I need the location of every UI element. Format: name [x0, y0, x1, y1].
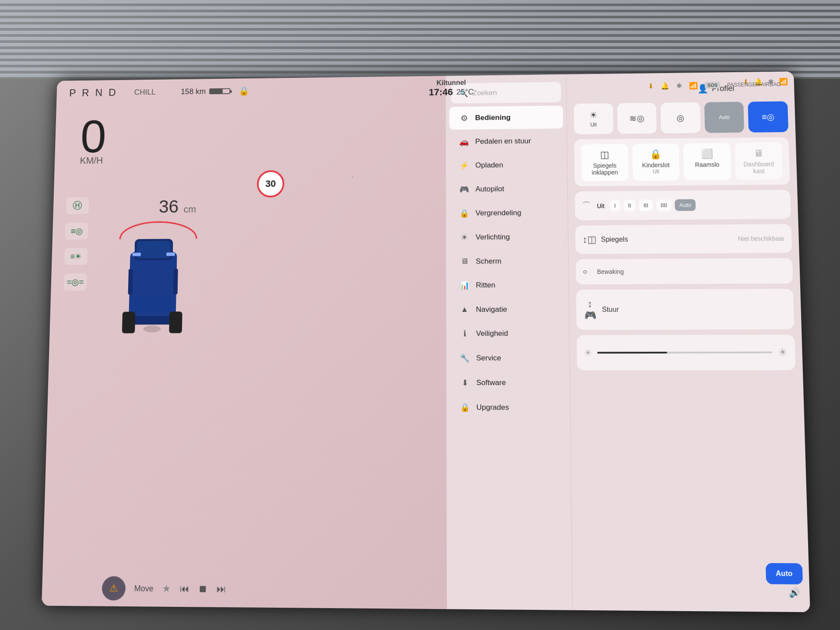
airbag-label: PASSENGER AIRBAG — [727, 81, 781, 88]
menu-item-ritten[interactable]: 📊 Ritten — [450, 273, 565, 297]
brightness-min-icon: ☀ — [584, 347, 592, 358]
bottom-controls: ⚠ Move ★ ⏮ ⏹ ⏭ — [42, 570, 287, 608]
headlight-icon: ≡◎ — [70, 226, 83, 236]
menu-item-autopilot[interactable]: 🎮 Autopilot — [449, 177, 564, 201]
wiper-btn-3[interactable]: III — [639, 200, 653, 211]
lights-pos-icon: ≋◎ — [630, 113, 644, 124]
upgrades-label: Upgrades — [476, 403, 509, 412]
lights-uit-label: Uit — [590, 122, 597, 128]
svg-rect-6 — [128, 269, 133, 295]
svg-rect-5 — [135, 297, 170, 312]
lights-uit-icon: ☀ — [589, 110, 597, 120]
warning-button[interactable]: ⚠ — [102, 576, 126, 601]
laptop-frame: P R N D CHILL 158 km 🔒 Kiltunnel 17:46 2… — [0, 0, 840, 630]
spiegels-adjust-label: Spiegels — [601, 235, 732, 244]
spiegels-adjust-icon: ↕◫ — [582, 234, 596, 245]
raamslo-btn[interactable]: ⬜ Raamslo — [683, 143, 731, 180]
autopilot-label: Autopilot — [476, 185, 504, 193]
car-visualization — [118, 217, 189, 339]
svg-rect-4 — [136, 241, 171, 258]
wiper-btn-4[interactable]: IIII — [656, 200, 672, 211]
battery-bar — [209, 88, 230, 94]
spiegels-inklappen-btn[interactable]: ◫ Spiegels inklappen — [581, 144, 628, 181]
brightness-slider[interactable] — [597, 351, 773, 354]
bediening-icon: ⊙ — [458, 113, 469, 122]
stuur-label: Stuur — [602, 305, 787, 314]
tesla-screen: P R N D CHILL 158 km 🔒 Kiltunnel 17:46 2… — [42, 71, 810, 612]
menu-item-vergrendeling[interactable]: 🔒 Vergrendeling — [449, 201, 564, 225]
menu-item-bediening[interactable]: ⊙ Bediening — [449, 105, 563, 130]
opladen-label: Opladen — [475, 161, 503, 170]
pedalen-label: Pedalen en stuur — [475, 137, 531, 146]
wiper-auto-btn[interactable]: Auto — [675, 199, 696, 211]
lights-control-row: ☀ Uit ≋◎ ◎ Auto ≡◎ — [574, 101, 788, 134]
scherm-label: Scherm — [476, 257, 501, 266]
auto-bottom-button[interactable]: Auto — [765, 563, 803, 584]
prev-icon[interactable]: ⏮ — [179, 583, 189, 595]
brightness-fill — [597, 352, 667, 354]
temperature: 25°C — [456, 88, 474, 97]
ritten-icon: 📊 — [459, 280, 470, 290]
raamslo-icon: ⬜ — [689, 148, 725, 160]
bluetooth-icon: ✱ — [676, 81, 682, 90]
lights-low-btn[interactable]: ◎ — [661, 102, 700, 133]
wiper-btn-2[interactable]: II — [623, 200, 636, 211]
sos-badge: SOS — [705, 82, 721, 89]
lights-icon: ≡◎ — [65, 223, 88, 240]
menu-item-software[interactable]: ⬇ Software — [450, 371, 566, 395]
bell-icon: 🔔 — [661, 82, 669, 90]
menu-item-service[interactable]: 🔧 Service — [450, 346, 566, 370]
upgrades-icon: 🔒 — [460, 402, 470, 412]
drive-mode: CHILL — [134, 88, 156, 97]
prnd-indicator: P R N D — [69, 87, 118, 99]
bewaking-radio[interactable]: ○ — [583, 268, 592, 276]
lights-uit-btn[interactable]: ☀ Uit — [574, 103, 613, 134]
menu-item-opladen[interactable]: ⚡ Opladen — [449, 153, 564, 177]
menu-sidebar: 🔍 Zoeken ⊙ Bediening 🚗 Pedalen en stuur … — [446, 74, 573, 610]
wiper-btn-1[interactable]: I — [609, 200, 620, 212]
menu-item-navigatie[interactable]: ▲ Navigatie — [450, 298, 565, 321]
stop-icon[interactable]: ⏹ — [198, 583, 208, 595]
lights-high-icon: ≡◎ — [762, 112, 775, 122]
drl-icon: ≡☀ — [64, 248, 88, 265]
battery-km: 158 km — [181, 87, 206, 96]
lights-auto-btn[interactable]: Auto — [704, 102, 745, 133]
menu-item-veiligheid[interactable]: ℹ Veiligheid — [450, 322, 566, 346]
speed-limit-value: 30 — [265, 178, 276, 189]
status-right-icons: ⬇ 🔔 ✱ 📶 SOS PASSENGER AIRBAG — [648, 80, 781, 90]
opladen-icon: ⚡ — [459, 161, 469, 171]
bediening-label: Bediening — [475, 113, 511, 122]
speed-display: 0 KM/H — [80, 113, 107, 166]
volume-button[interactable]: 🔊 — [789, 587, 801, 598]
bewaking-label: Bewaking — [597, 267, 785, 275]
autopilot-icon: 🎮 — [459, 185, 469, 194]
scherm-icon: 🖥 — [459, 257, 470, 266]
speed-value: 0 — [80, 113, 107, 159]
menu-item-verlichting[interactable]: ☀ Verlichting — [449, 225, 564, 249]
dashboard-kast-btn[interactable]: 🖥 Dashboard kast — [735, 143, 783, 180]
menu-item-scherm[interactable]: 🖥 Scherm — [450, 249, 565, 273]
signal-icon: 📶 — [689, 81, 698, 90]
current-time: 17:46 — [429, 87, 453, 98]
vergrendeling-icon: 🔒 — [459, 209, 469, 218]
lights-high-btn[interactable]: ≡◎ — [748, 101, 788, 132]
lights-pos-btn[interactable]: ≋◎ — [617, 103, 657, 134]
menu-item-upgrades[interactable]: 🔒 Upgrades — [450, 396, 567, 420]
kinderslot-btn[interactable]: 🔒 Kinderslot Uit — [632, 144, 680, 181]
pedalen-icon: 🚗 — [459, 137, 469, 147]
move-label: Move — [134, 584, 154, 593]
svg-rect-9 — [166, 252, 175, 256]
battery-fill — [210, 89, 223, 94]
next-icon[interactable]: ⏭ — [217, 583, 226, 595]
veiligheid-label: Veiligheid — [476, 329, 508, 338]
battery-display: 158 km — [181, 87, 230, 96]
download-icon: ⬇ — [648, 82, 654, 90]
bewaking-row: ○ Bewaking — [583, 263, 786, 279]
brightness-section: ☀ ☀ — [577, 335, 795, 371]
brightness-max-icon: ☀ — [778, 346, 788, 358]
menu-item-pedalen[interactable]: 🚗 Pedalen en stuur — [449, 130, 564, 154]
service-label: Service — [476, 354, 501, 363]
software-icon: ⬇ — [459, 378, 470, 388]
mirror-fold-icon: ◫ — [587, 149, 623, 161]
star-icon[interactable]: ★ — [162, 583, 171, 595]
